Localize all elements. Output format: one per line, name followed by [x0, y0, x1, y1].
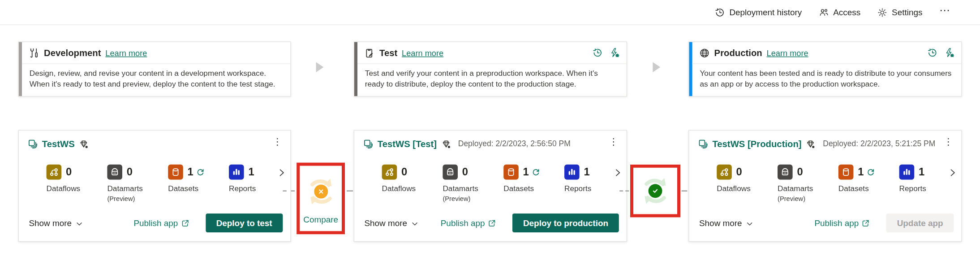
in-sync-badge [649, 184, 662, 198]
premium-diamond-icon [441, 139, 451, 148]
dataset-icon [838, 165, 854, 180]
chevron-right-icon[interactable] [613, 168, 622, 177]
datasets-count: 1 [188, 166, 193, 179]
workspace-stats: 0 Dataflows 0 Datamarts (Preview) 1 Data… [382, 165, 625, 202]
dataflows-count: 0 [66, 166, 72, 179]
stage-card-production: Production Learn more Your content has b… [688, 41, 962, 96]
datasets-count: 1 [523, 166, 529, 179]
sync-compare-icon[interactable] [303, 174, 338, 209]
workspace-stack-icon [698, 139, 708, 148]
stat-dataflows: 0 Dataflows [382, 165, 443, 202]
refresh-history-icon[interactable] [593, 48, 602, 57]
reports-count: 1 [919, 166, 924, 179]
workspace-title[interactable]: TestWS [42, 139, 75, 148]
workspace-title[interactable]: TestWS [Test] [378, 139, 437, 148]
stage-description: Test and verify your content in a prepro… [357, 64, 627, 90]
dataset-icon [503, 165, 519, 180]
report-icon [564, 165, 580, 180]
more-options-kebab-icon[interactable]: ⋮ [273, 137, 282, 147]
connector-dash [347, 190, 353, 192]
reports-count: 1 [248, 166, 254, 179]
deployment-settings-icon[interactable] [944, 48, 954, 57]
learn-more-link[interactable]: Learn more [105, 48, 147, 57]
refresh-icon[interactable] [197, 168, 205, 176]
datamart-icon [778, 165, 793, 180]
access-button[interactable]: Access [819, 7, 860, 17]
globe-icon [699, 48, 710, 58]
stat-dataflows: 0 Dataflows [717, 165, 778, 202]
workspace-stats: 0 Dataflows 0 Datamarts (Preview) 1 Data… [47, 165, 290, 202]
stat-datasets: 1 Datasets [503, 165, 564, 202]
connector-dash [283, 190, 295, 192]
external-link-icon [862, 219, 870, 227]
premium-diamond-icon [806, 139, 815, 148]
development-accent-bar [19, 42, 22, 96]
deployment-history-button[interactable]: Deployment history [715, 7, 802, 17]
dataflow-icon [47, 165, 62, 180]
compare-link[interactable]: Compare [303, 215, 338, 224]
deploy-to-production-button[interactable]: Deploy to production [512, 214, 619, 232]
chevron-down-icon [412, 220, 418, 227]
check-icon [652, 188, 658, 194]
publish-app-link[interactable]: Publish app [814, 218, 870, 228]
learn-more-link[interactable]: Learn more [767, 48, 808, 57]
deployment-settings-icon[interactable] [610, 48, 619, 57]
stage-description: Your content has been tested and is read… [692, 64, 962, 90]
difference-badge [314, 185, 328, 199]
stat-datasets: 1 Datasets [838, 165, 899, 202]
workspace-card-production: TestWS [Production] Deployed: 2/2/2023, … [688, 130, 962, 242]
publish-app-link[interactable]: Publish app [441, 218, 496, 228]
show-more-button[interactable]: Show more [29, 218, 83, 228]
publish-app-link[interactable]: Publish app [133, 218, 189, 228]
refresh-history-icon[interactable] [928, 48, 937, 57]
show-more-button[interactable]: Show more [699, 218, 753, 228]
stage-title-production: Production [714, 48, 762, 57]
workspace-stack-icon [363, 139, 373, 148]
workspace-card-development: TestWS ⋮ 0 Dataflows 0 Datamarts (Previe… [18, 130, 291, 242]
dataflow-icon [717, 165, 732, 180]
dataflow-icon [382, 165, 397, 180]
workspace-title[interactable]: TestWS [Production] [712, 139, 801, 148]
more-options-kebab-icon[interactable]: ⋮ [609, 137, 618, 147]
stage-description: Design, review, and revise your content … [22, 64, 290, 90]
deployment-history-label: Deployment history [729, 8, 802, 17]
reports-count: 1 [584, 166, 589, 179]
tools-icon [29, 48, 39, 58]
access-label: Access [833, 8, 860, 17]
datamart-icon [443, 165, 458, 180]
datamarts-count: 0 [127, 166, 133, 179]
dataflows-count: 0 [736, 166, 742, 179]
deployed-timestamp: Deployed: 2/2/2023, 2:56:50 PM [458, 140, 571, 148]
test-accent-bar [354, 42, 357, 96]
refresh-icon[interactable] [867, 168, 875, 176]
stage-card-development: Development Learn more Design, review, a… [18, 41, 291, 96]
report-icon [899, 165, 915, 180]
stage-card-test: Test Learn more Test and verify your con… [354, 41, 627, 96]
more-options-icon[interactable]: ⋯ [939, 5, 950, 19]
deploy-to-test-button[interactable]: Deploy to test [206, 214, 283, 232]
sync-check-icon[interactable] [638, 173, 673, 208]
stage-title-development: Development [44, 48, 101, 57]
toolbar: Deployment history Access Settings ⋯ [0, 0, 980, 25]
chevron-right-icon[interactable] [948, 168, 957, 177]
datamart-icon [107, 165, 122, 180]
settings-button[interactable]: Settings [877, 7, 922, 17]
chevron-right-icon[interactable] [277, 168, 286, 177]
stage-flow-arrow [316, 62, 324, 72]
chevron-down-icon [76, 220, 83, 227]
production-accent-bar [689, 42, 692, 96]
learn-more-link[interactable]: Learn more [402, 48, 443, 57]
refresh-icon[interactable] [532, 168, 540, 176]
premium-diamond-icon [79, 139, 89, 148]
stat-datamarts: 0 Datamarts (Preview) [107, 165, 168, 202]
show-more-button[interactable]: Show more [364, 218, 418, 228]
deployment-pipeline-page: Deployment history Access Settings ⋯ Dev… [0, 0, 980, 266]
stat-datamarts: 0 Datamarts (Preview) [778, 165, 838, 202]
stage-title-test: Test [379, 48, 397, 57]
workspace-card-test: TestWS [Test] Deployed: 2/2/2023, 2:56:5… [354, 130, 627, 242]
external-link-icon [488, 219, 496, 227]
connector-dash [682, 190, 688, 192]
datamarts-count: 0 [462, 166, 468, 179]
update-app-button[interactable]: Update app [886, 214, 954, 232]
more-options-kebab-icon[interactable]: ⋮ [944, 137, 953, 147]
